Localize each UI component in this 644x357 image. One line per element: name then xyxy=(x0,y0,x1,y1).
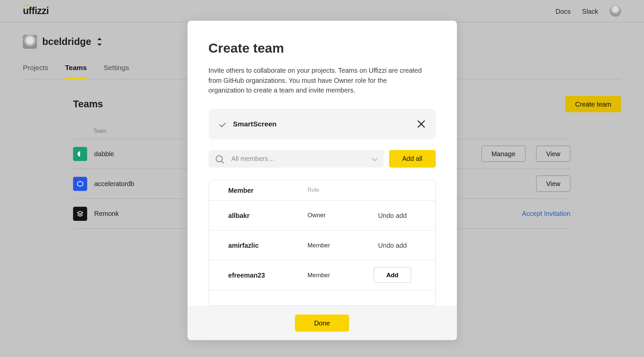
selected-team-row: SmartScreen xyxy=(208,108,435,139)
member-name: efreeman23 xyxy=(228,271,307,279)
close-icon[interactable] xyxy=(416,119,426,129)
member-role: Owner xyxy=(308,212,369,219)
member-role: Member xyxy=(308,272,369,279)
modal-overlay: Create team Invite others to collaborate… xyxy=(0,0,644,357)
member-row: efreeman23 Member Add xyxy=(209,260,435,290)
selected-team-name: SmartScreen xyxy=(233,120,416,128)
member-name: amirfazlic xyxy=(228,241,307,249)
member-row-partial xyxy=(209,290,435,298)
modal-title: Create team xyxy=(208,41,435,56)
member-column-header: Member xyxy=(228,186,307,194)
check-icon xyxy=(218,119,227,128)
search-icon xyxy=(215,155,222,162)
chevron-down-icon xyxy=(371,155,378,161)
role-column-header: Role xyxy=(308,186,319,194)
modal-description: Invite others to collaborate on your pro… xyxy=(208,66,424,96)
member-role: Member xyxy=(308,241,369,248)
member-row: allbakr Owner Undo add xyxy=(209,200,435,230)
create-team-modal: Create team Invite others to collaborate… xyxy=(187,21,457,340)
modal-footer: Done xyxy=(187,306,457,340)
add-all-button[interactable]: Add all xyxy=(389,150,436,167)
done-button[interactable]: Done xyxy=(295,314,350,332)
add-member-button[interactable]: Add xyxy=(374,267,411,283)
member-name: allbakr xyxy=(228,212,307,219)
members-table: Member Role allbakr Owner Undo add amirf… xyxy=(208,180,435,306)
member-row: amirfazlic Member Undo add xyxy=(209,230,435,260)
member-search-dropdown[interactable]: All members… xyxy=(208,150,383,167)
undo-add-link[interactable]: Undo add xyxy=(378,212,407,219)
undo-add-link[interactable]: Undo add xyxy=(378,241,407,249)
search-placeholder: All members… xyxy=(231,155,372,162)
